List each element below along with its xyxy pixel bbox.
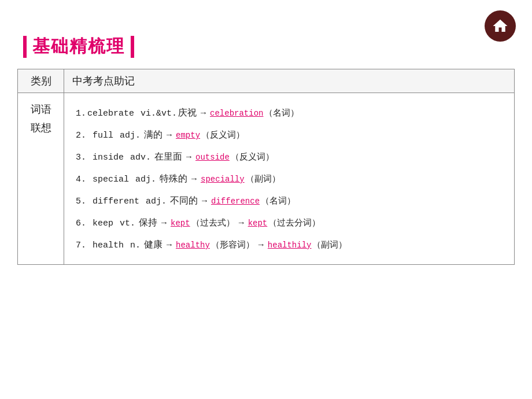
word-type: （副词）: [246, 169, 280, 189]
pos: adj.: [130, 170, 156, 189]
pos: adj.: [114, 126, 141, 145]
item-num: 2.: [76, 126, 86, 145]
arrow2: →: [257, 235, 265, 254]
list-item: 5. different adj. 不同的 → difference （名词）: [76, 190, 503, 211]
table-header-row: 类别 中考考点助记: [18, 69, 515, 93]
content-cell: 1. celebrate vi.&vt. 庆祝 → celebration （名…: [64, 93, 515, 265]
word-type: （形容词）: [211, 235, 254, 254]
pos: vi.&vt.: [135, 104, 177, 123]
table-row: 词语联想 1. celebrate vi.&vt. 庆祝 → celebrati…: [18, 93, 515, 265]
pos: adv.: [125, 148, 151, 167]
arrow: →: [160, 213, 168, 232]
pos: adj.: [141, 192, 167, 211]
list-item: 1. celebrate vi.&vt. 庆祝 → celebration （名…: [76, 102, 503, 123]
category-label: 词语联想: [31, 104, 51, 134]
word: keep: [87, 214, 113, 233]
word-type: （反义词）: [231, 147, 274, 167]
arrow: →: [200, 191, 209, 210]
derived-word: kept: [171, 215, 190, 232]
word: inside: [87, 148, 124, 167]
arrow: →: [165, 235, 173, 254]
home-icon: [492, 17, 509, 35]
list-item: 7. health n. 健康 → healthy （形容词） → health…: [76, 234, 503, 255]
item-num: 6.: [76, 214, 86, 233]
col-category-header: 类别: [18, 69, 64, 93]
word: different: [87, 192, 139, 211]
pos: vt.: [114, 214, 135, 233]
title-bar-right: [131, 36, 134, 58]
title-section: 基础精梳理: [23, 35, 532, 58]
derived-word2: healthily: [268, 237, 312, 254]
word-type: （过去式）: [191, 213, 235, 232]
zh-meaning: 庆祝: [178, 102, 197, 123]
derived-word: healthy: [176, 237, 210, 254]
item-num: 3.: [76, 148, 86, 167]
arrow: →: [184, 147, 193, 166]
item-num: 1.: [76, 104, 86, 123]
pos: n.: [125, 236, 141, 255]
word-type: （名词）: [261, 191, 295, 210]
list-item: 3. inside adv. 在里面 → outside （反义词）: [76, 146, 503, 167]
arrow: →: [199, 103, 208, 122]
zh-meaning: 在里面: [152, 146, 182, 167]
word: special: [87, 170, 129, 189]
derived-word: outside: [195, 149, 230, 167]
zh-meaning: 保持: [136, 212, 157, 232]
derived-word: difference: [211, 193, 260, 210]
zh-meaning: 满的: [142, 124, 162, 145]
arrow2: →: [237, 213, 246, 232]
home-button[interactable]: [485, 10, 516, 42]
word-type: （反义词）: [201, 125, 245, 145]
arrow: →: [165, 125, 173, 144]
col-content-header: 中考考点助记: [64, 69, 515, 93]
page-title: 基础精梳理: [32, 35, 125, 58]
list-item: 6. keep vt. 保持 → kept （过去式） → kept （过去分词…: [76, 212, 503, 233]
zh-meaning: 不同的: [168, 190, 198, 210]
zh-meaning: 健康: [142, 234, 162, 254]
item-num: 7.: [76, 236, 86, 255]
word: full: [87, 126, 113, 145]
zh-meaning: 特殊的: [157, 168, 187, 189]
derived-word2: kept: [248, 215, 268, 232]
item-num: 4.: [76, 170, 86, 189]
list-item: 4. special adj. 特殊的 → specially （副词）: [76, 168, 503, 189]
arrow: →: [190, 169, 198, 188]
item-num: 5.: [76, 192, 86, 211]
word: health: [87, 236, 124, 255]
title-bar-left: [23, 36, 27, 58]
content-table: 类别 中考考点助记 词语联想 1. celebrate vi.&vt. 庆祝 →…: [17, 69, 515, 265]
word-type2: （过去分词）: [268, 213, 320, 232]
category-cell: 词语联想: [18, 93, 64, 265]
list-item: 2. full adj. 满的 → empty （反义词）: [76, 124, 503, 145]
derived-word: empty: [176, 127, 200, 145]
word-type2: （副词）: [312, 235, 347, 254]
derived-word: specially: [201, 171, 245, 189]
derived-word: celebration: [210, 105, 263, 123]
word: celebrate: [87, 104, 134, 123]
word-type: （名词）: [264, 104, 299, 123]
